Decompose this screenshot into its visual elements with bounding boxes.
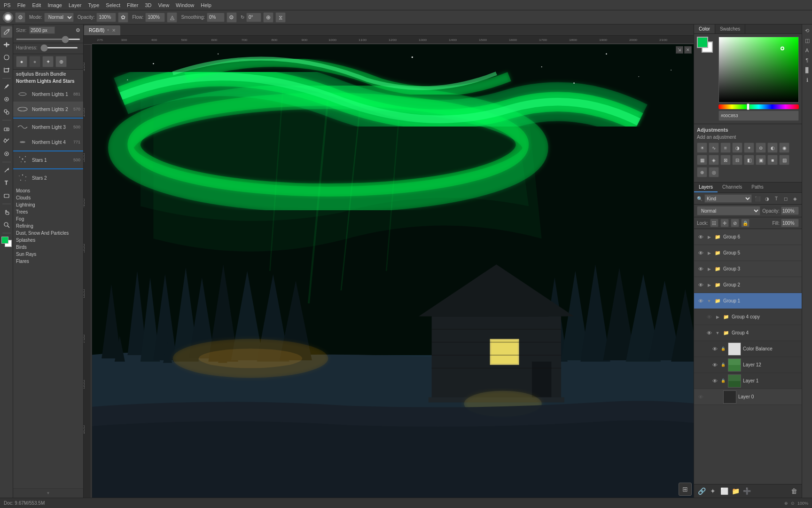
filter-shape-icon[interactable]: ◻ <box>782 195 789 202</box>
menu-edit[interactable]: Edit <box>32 2 41 8</box>
layer-vis-group4[interactable]: 👁 <box>705 329 713 337</box>
layer-item-group6[interactable]: 👁 ▶ 📁 Group 6 <box>694 229 802 245</box>
tab-close-btn[interactable]: ✕ <box>112 28 116 33</box>
brush-item-fog[interactable]: Fog <box>13 215 83 222</box>
expand-group1[interactable]: ▼ <box>706 298 712 304</box>
expand-group4copy[interactable]: ▶ <box>715 314 720 320</box>
menu-view[interactable]: View <box>158 2 169 8</box>
adj-channel-icon[interactable]: ⊕ <box>697 167 707 177</box>
brush-tool-btn[interactable] <box>1 26 12 38</box>
size-slider[interactable] <box>16 39 80 40</box>
zoom-tool-btn[interactable] <box>1 219 12 230</box>
adj-vibrance-icon[interactable]: ✦ <box>744 143 754 153</box>
move-tool-btn[interactable] <box>1 39 12 50</box>
layer-vis-group5[interactable]: 👁 <box>697 249 704 257</box>
adj-filter-icon[interactable]: ◉ <box>779 143 789 153</box>
adj-hue-icon[interactable]: ◑ <box>732 143 742 153</box>
expand-group3[interactable]: ▶ <box>706 266 712 272</box>
brush-item-splashes[interactable]: Splashes <box>13 237 83 244</box>
layer-vis-group2[interactable]: 👁 <box>697 281 704 289</box>
new-layer-btn[interactable]: ➕ <box>742 486 751 496</box>
foreground-swatch[interactable] <box>697 37 708 48</box>
paint-bucket-tool-btn[interactable] <box>1 135 12 147</box>
brush-item-nl4[interactable]: Northern Light 4 771 <box>13 135 83 150</box>
layer-item-colorbalance[interactable]: 👁 🔒 Color Balance <box>694 341 802 357</box>
foreground-color[interactable] <box>1 237 8 244</box>
filter-pixel-icon[interactable]: ⬛ <box>754 195 761 202</box>
filter-adjust-icon[interactable]: ◑ <box>763 195 771 202</box>
brush-item-nl1[interactable]: Northern Lights 1 881 <box>13 87 83 102</box>
menu-file[interactable]: File <box>17 2 26 8</box>
character-btn[interactable]: A <box>803 46 812 55</box>
adj-balance-icon[interactable]: ⊖ <box>756 143 766 153</box>
adj-brightness-icon[interactable]: ☀ <box>697 143 707 153</box>
adj-gradient-map-icon[interactable]: ▦ <box>697 155 707 165</box>
layer-item-group1[interactable]: 👁 ▼ 📁 Group 1 <box>694 293 802 309</box>
smoothing-input[interactable] <box>207 13 225 22</box>
layer-item-layer0[interactable]: 👁 Layer 0 <box>694 389 802 405</box>
tab-color[interactable]: Color <box>694 24 715 33</box>
adj-posterize-icon[interactable]: ⊟ <box>732 155 742 165</box>
layer-item-group3[interactable]: 👁 ▶ 📁 Group 3 <box>694 261 802 277</box>
brush-settings-icon[interactable]: ⚙ <box>15 12 25 23</box>
tab-channels[interactable]: Channels <box>718 183 747 192</box>
smoothing-settings-icon[interactable]: ⚙ <box>226 12 237 23</box>
add-mask-btn[interactable]: ⬜ <box>719 486 729 496</box>
layer-vis-colorbalance[interactable]: 👁 <box>711 345 718 353</box>
lock-pixels-btn[interactable]: ☷ <box>710 219 718 227</box>
layer-vis-group3[interactable]: 👁 <box>697 265 704 273</box>
clone-tool-btn[interactable] <box>1 106 12 118</box>
hue-slider[interactable] <box>718 104 799 109</box>
opacity-input[interactable] <box>96 13 116 22</box>
size-value-input[interactable] <box>29 26 55 34</box>
soft-brush-btn[interactable]: ● <box>29 56 40 67</box>
mini-bridge-btn[interactable]: ⊞ <box>679 483 692 496</box>
layer-item-layer1[interactable]: 👁 🔒 Layer 1 <box>694 373 802 389</box>
menu-window[interactable]: Window <box>176 2 194 8</box>
brush-item-flares[interactable]: Flares <box>13 258 83 265</box>
tab-swatches[interactable]: Swatches <box>715 24 745 33</box>
heal-tool-btn[interactable] <box>1 94 12 105</box>
pen-tool-btn[interactable] <box>1 165 12 176</box>
brush-item-moons[interactable]: Moons <box>13 187 83 194</box>
paragraph-btn[interactable]: ¶ <box>803 56 812 64</box>
canvas-expand-btn[interactable]: ⇲ <box>676 46 683 54</box>
menu-image[interactable]: Image <box>47 2 62 8</box>
layer-vis-layer0[interactable]: 👁 <box>697 393 704 401</box>
lock-move-btn[interactable]: ✛ <box>720 219 729 227</box>
airbrush-icon[interactable]: ✿ <box>118 12 128 23</box>
layer-vis-group6[interactable]: 👁 <box>697 233 704 241</box>
mode-select[interactable]: Normal <box>44 13 74 22</box>
fg-bg-swatches[interactable] <box>1 237 12 247</box>
opacity-value-input[interactable] <box>781 206 799 215</box>
shape-tool-btn[interactable] <box>1 190 12 201</box>
brush-item-sun-rays[interactable]: Sun Rays <box>13 251 83 258</box>
eraser-tool-btn[interactable] <box>1 123 12 134</box>
layer-item-group2[interactable]: 👁 ▶ 📁 Group 2 <box>694 277 802 293</box>
layers-filter-select[interactable]: Kind <box>704 194 752 203</box>
filter-type-icon[interactable]: T <box>773 195 780 202</box>
menu-help[interactable]: Help <box>201 2 211 8</box>
layer-vis-group1[interactable]: 👁 <box>697 297 704 305</box>
angle-input[interactable] <box>246 13 261 22</box>
hardness-slider[interactable] <box>40 47 78 48</box>
lock-all-btn[interactable]: 🔒 <box>741 219 750 227</box>
sample-icon[interactable]: ⊕ <box>263 12 273 23</box>
adj-solid-icon[interactable]: ■ <box>767 155 778 165</box>
color-hex-value[interactable]: # 00C853 <box>718 111 799 121</box>
adj-curves-icon[interactable]: ∿ <box>709 143 719 153</box>
brush-item-stars2[interactable]: Stars 2 <box>13 170 83 185</box>
flow-input[interactable] <box>145 13 165 22</box>
brush-item-nl2[interactable]: Northern Lights 2 570 <box>13 102 83 117</box>
layer-vis-group4copy[interactable]: 👁 <box>705 313 713 321</box>
layer-item-group5[interactable]: 👁 ▶ 📁 Group 5 <box>694 245 802 261</box>
brush-item-birds[interactable]: Birds <box>13 244 83 251</box>
filter-smart-icon[interactable]: ◈ <box>791 195 799 202</box>
brush-item-lightning[interactable]: Lightning <box>13 201 83 208</box>
layer-item-layer12[interactable]: 👁 🔒 Layer 12 <box>694 357 802 373</box>
history-btn[interactable]: ⟲ <box>803 26 812 35</box>
link-layers-btn[interactable]: 🔗 <box>697 486 706 496</box>
layer-vis-layer12[interactable]: 👁 <box>711 361 718 369</box>
menu-3d[interactable]: 3D <box>145 2 151 8</box>
blur-tool-btn[interactable] <box>1 148 12 159</box>
